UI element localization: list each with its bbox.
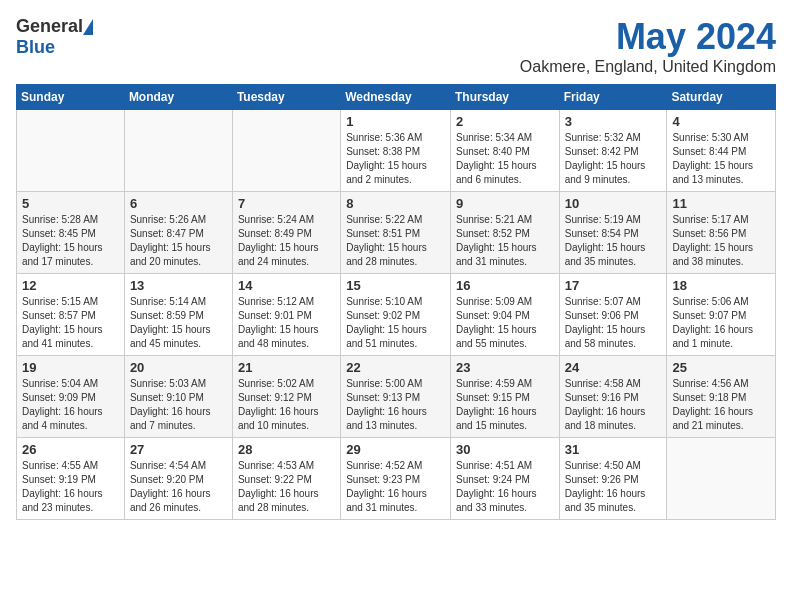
calendar-cell: 7Sunrise: 5:24 AM Sunset: 8:49 PM Daylig…: [232, 192, 340, 274]
day-info: Sunrise: 5:00 AM Sunset: 9:13 PM Dayligh…: [346, 377, 445, 433]
calendar-cell: 8Sunrise: 5:22 AM Sunset: 8:51 PM Daylig…: [341, 192, 451, 274]
calendar-cell: 11Sunrise: 5:17 AM Sunset: 8:56 PM Dayli…: [667, 192, 776, 274]
day-number: 21: [238, 360, 335, 375]
calendar-cell: 21Sunrise: 5:02 AM Sunset: 9:12 PM Dayli…: [232, 356, 340, 438]
day-number: 4: [672, 114, 770, 129]
day-number: 6: [130, 196, 227, 211]
day-info: Sunrise: 4:52 AM Sunset: 9:23 PM Dayligh…: [346, 459, 445, 515]
day-info: Sunrise: 5:03 AM Sunset: 9:10 PM Dayligh…: [130, 377, 227, 433]
day-info: Sunrise: 4:58 AM Sunset: 9:16 PM Dayligh…: [565, 377, 662, 433]
calendar-week-3: 12Sunrise: 5:15 AM Sunset: 8:57 PM Dayli…: [17, 274, 776, 356]
day-info: Sunrise: 5:32 AM Sunset: 8:42 PM Dayligh…: [565, 131, 662, 187]
day-number: 25: [672, 360, 770, 375]
col-friday: Friday: [559, 85, 667, 110]
day-info: Sunrise: 5:24 AM Sunset: 8:49 PM Dayligh…: [238, 213, 335, 269]
calendar-cell: 29Sunrise: 4:52 AM Sunset: 9:23 PM Dayli…: [341, 438, 451, 520]
col-thursday: Thursday: [450, 85, 559, 110]
day-info: Sunrise: 5:34 AM Sunset: 8:40 PM Dayligh…: [456, 131, 554, 187]
logo-blue-text: Blue: [16, 37, 55, 58]
day-info: Sunrise: 4:55 AM Sunset: 9:19 PM Dayligh…: [22, 459, 119, 515]
title-block: May 2024 Oakmere, England, United Kingdo…: [520, 16, 776, 76]
calendar-cell: 23Sunrise: 4:59 AM Sunset: 9:15 PM Dayli…: [450, 356, 559, 438]
calendar-cell: 4Sunrise: 5:30 AM Sunset: 8:44 PM Daylig…: [667, 110, 776, 192]
day-number: 8: [346, 196, 445, 211]
day-number: 9: [456, 196, 554, 211]
day-number: 31: [565, 442, 662, 457]
calendar-cell: 2Sunrise: 5:34 AM Sunset: 8:40 PM Daylig…: [450, 110, 559, 192]
day-info: Sunrise: 5:10 AM Sunset: 9:02 PM Dayligh…: [346, 295, 445, 351]
calendar-week-4: 19Sunrise: 5:04 AM Sunset: 9:09 PM Dayli…: [17, 356, 776, 438]
header-row: Sunday Monday Tuesday Wednesday Thursday…: [17, 85, 776, 110]
day-info: Sunrise: 5:21 AM Sunset: 8:52 PM Dayligh…: [456, 213, 554, 269]
col-wednesday: Wednesday: [341, 85, 451, 110]
day-number: 19: [22, 360, 119, 375]
day-number: 13: [130, 278, 227, 293]
calendar-table: Sunday Monday Tuesday Wednesday Thursday…: [16, 84, 776, 520]
day-number: 18: [672, 278, 770, 293]
day-info: Sunrise: 5:07 AM Sunset: 9:06 PM Dayligh…: [565, 295, 662, 351]
day-info: Sunrise: 4:53 AM Sunset: 9:22 PM Dayligh…: [238, 459, 335, 515]
day-info: Sunrise: 4:51 AM Sunset: 9:24 PM Dayligh…: [456, 459, 554, 515]
day-number: 2: [456, 114, 554, 129]
day-info: Sunrise: 5:22 AM Sunset: 8:51 PM Dayligh…: [346, 213, 445, 269]
day-info: Sunrise: 5:09 AM Sunset: 9:04 PM Dayligh…: [456, 295, 554, 351]
calendar-cell: 27Sunrise: 4:54 AM Sunset: 9:20 PM Dayli…: [124, 438, 232, 520]
day-number: 28: [238, 442, 335, 457]
day-number: 15: [346, 278, 445, 293]
calendar-cell: 30Sunrise: 4:51 AM Sunset: 9:24 PM Dayli…: [450, 438, 559, 520]
calendar-cell: 3Sunrise: 5:32 AM Sunset: 8:42 PM Daylig…: [559, 110, 667, 192]
calendar-header: Sunday Monday Tuesday Wednesday Thursday…: [17, 85, 776, 110]
day-number: 16: [456, 278, 554, 293]
calendar-week-5: 26Sunrise: 4:55 AM Sunset: 9:19 PM Dayli…: [17, 438, 776, 520]
calendar-cell: 12Sunrise: 5:15 AM Sunset: 8:57 PM Dayli…: [17, 274, 125, 356]
day-info: Sunrise: 5:14 AM Sunset: 8:59 PM Dayligh…: [130, 295, 227, 351]
logo-triangle-icon: [83, 19, 93, 35]
day-number: 22: [346, 360, 445, 375]
day-info: Sunrise: 5:19 AM Sunset: 8:54 PM Dayligh…: [565, 213, 662, 269]
day-number: 11: [672, 196, 770, 211]
calendar-cell: 22Sunrise: 5:00 AM Sunset: 9:13 PM Dayli…: [341, 356, 451, 438]
day-info: Sunrise: 5:06 AM Sunset: 9:07 PM Dayligh…: [672, 295, 770, 351]
day-number: 23: [456, 360, 554, 375]
calendar-cell: 6Sunrise: 5:26 AM Sunset: 8:47 PM Daylig…: [124, 192, 232, 274]
day-number: 1: [346, 114, 445, 129]
logo: General Blue: [16, 16, 93, 58]
calendar-cell: [17, 110, 125, 192]
day-number: 17: [565, 278, 662, 293]
calendar-cell: 17Sunrise: 5:07 AM Sunset: 9:06 PM Dayli…: [559, 274, 667, 356]
day-number: 10: [565, 196, 662, 211]
day-info: Sunrise: 5:36 AM Sunset: 8:38 PM Dayligh…: [346, 131, 445, 187]
location-text: Oakmere, England, United Kingdom: [520, 58, 776, 76]
col-sunday: Sunday: [17, 85, 125, 110]
day-info: Sunrise: 5:17 AM Sunset: 8:56 PM Dayligh…: [672, 213, 770, 269]
day-number: 24: [565, 360, 662, 375]
col-monday: Monday: [124, 85, 232, 110]
day-info: Sunrise: 5:26 AM Sunset: 8:47 PM Dayligh…: [130, 213, 227, 269]
calendar-cell: 20Sunrise: 5:03 AM Sunset: 9:10 PM Dayli…: [124, 356, 232, 438]
day-number: 5: [22, 196, 119, 211]
day-info: Sunrise: 4:56 AM Sunset: 9:18 PM Dayligh…: [672, 377, 770, 433]
logo-general-text: General: [16, 16, 83, 37]
calendar-cell: 26Sunrise: 4:55 AM Sunset: 9:19 PM Dayli…: [17, 438, 125, 520]
calendar-cell: 15Sunrise: 5:10 AM Sunset: 9:02 PM Dayli…: [341, 274, 451, 356]
calendar-cell: 28Sunrise: 4:53 AM Sunset: 9:22 PM Dayli…: [232, 438, 340, 520]
day-number: 30: [456, 442, 554, 457]
day-info: Sunrise: 4:54 AM Sunset: 9:20 PM Dayligh…: [130, 459, 227, 515]
day-number: 20: [130, 360, 227, 375]
day-info: Sunrise: 4:59 AM Sunset: 9:15 PM Dayligh…: [456, 377, 554, 433]
day-number: 3: [565, 114, 662, 129]
calendar-cell: 5Sunrise: 5:28 AM Sunset: 8:45 PM Daylig…: [17, 192, 125, 274]
calendar-cell: [124, 110, 232, 192]
day-number: 27: [130, 442, 227, 457]
calendar-cell: 1Sunrise: 5:36 AM Sunset: 8:38 PM Daylig…: [341, 110, 451, 192]
day-info: Sunrise: 4:50 AM Sunset: 9:26 PM Dayligh…: [565, 459, 662, 515]
calendar-week-2: 5Sunrise: 5:28 AM Sunset: 8:45 PM Daylig…: [17, 192, 776, 274]
day-info: Sunrise: 5:12 AM Sunset: 9:01 PM Dayligh…: [238, 295, 335, 351]
calendar-cell: 10Sunrise: 5:19 AM Sunset: 8:54 PM Dayli…: [559, 192, 667, 274]
day-info: Sunrise: 5:04 AM Sunset: 9:09 PM Dayligh…: [22, 377, 119, 433]
day-info: Sunrise: 5:02 AM Sunset: 9:12 PM Dayligh…: [238, 377, 335, 433]
calendar-cell: [232, 110, 340, 192]
calendar-week-1: 1Sunrise: 5:36 AM Sunset: 8:38 PM Daylig…: [17, 110, 776, 192]
calendar-cell: 9Sunrise: 5:21 AM Sunset: 8:52 PM Daylig…: [450, 192, 559, 274]
day-info: Sunrise: 5:30 AM Sunset: 8:44 PM Dayligh…: [672, 131, 770, 187]
